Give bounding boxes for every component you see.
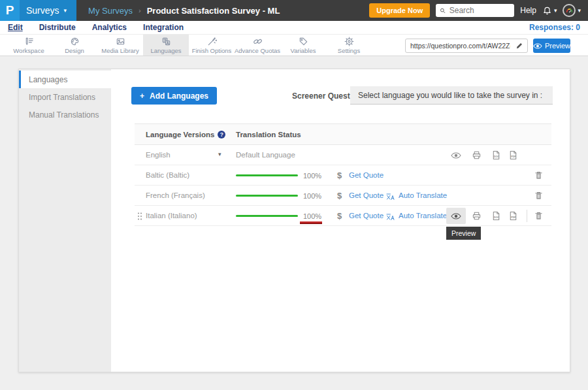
add-languages-label: Add Languages xyxy=(150,91,208,101)
edit-toolbar: Workspace Design Media Library Languages… xyxy=(0,35,588,56)
variables-icon xyxy=(299,37,308,46)
tab-integration[interactable]: Integration xyxy=(143,23,184,32)
design-icon xyxy=(70,37,80,46)
auto-translate-link[interactable]: Auto Translate xyxy=(399,212,447,219)
language-name: Italian (Italiano) xyxy=(146,212,197,219)
delete-language-button[interactable] xyxy=(531,209,546,223)
annotation-underline xyxy=(300,221,322,224)
questionpro-logo[interactable]: P xyxy=(0,0,20,21)
search-box[interactable] xyxy=(436,4,514,17)
sidebar-item-languages[interactable]: Languages xyxy=(19,71,111,88)
notifications-menu[interactable]: ▾ xyxy=(542,6,557,16)
languages-sidebar: Languages Import Translations Manual Tra… xyxy=(19,69,111,372)
media-library-icon xyxy=(116,37,125,46)
trash-icon xyxy=(534,191,544,201)
translation-percent: 100% xyxy=(303,172,321,180)
svg-text:DOC: DOC xyxy=(493,216,499,219)
search-input[interactable] xyxy=(449,6,510,15)
doc-file-icon: DOC xyxy=(491,211,501,221)
translation-percent: 100% xyxy=(303,212,321,220)
translation-percent: 100% xyxy=(303,192,321,200)
get-quote-link[interactable]: Get Quote xyxy=(349,191,384,199)
settings-icon xyxy=(344,37,354,46)
column-translation-status: Translation Status xyxy=(236,131,301,138)
export-pdf-button[interactable]: PDF xyxy=(506,209,520,223)
preview-language-button[interactable] xyxy=(446,208,466,224)
breadcrumb-separator: › xyxy=(139,7,141,14)
export-doc-button[interactable]: DOC xyxy=(489,148,503,162)
toolbar-tab-design[interactable]: Design xyxy=(52,35,97,56)
preview-button[interactable]: Preview xyxy=(533,39,570,53)
tab-analytics[interactable]: Analytics xyxy=(92,23,127,32)
print-language-button[interactable] xyxy=(469,148,483,162)
translate-icon xyxy=(386,212,395,223)
pdf-file-icon: PDF xyxy=(508,150,518,160)
toolbar-tab-variables[interactable]: Variables xyxy=(280,35,326,56)
workspace-icon xyxy=(24,37,34,46)
survey-url-input[interactable] xyxy=(406,42,512,50)
dollar-icon[interactable]: $ xyxy=(337,191,342,201)
language-name: Baltic (Baltic) xyxy=(146,171,189,179)
advance-quotas-icon xyxy=(253,37,263,46)
chevron-down-icon: ▾ xyxy=(64,8,67,14)
tab-edit[interactable]: Edit xyxy=(8,23,23,32)
language-versions-table: Language Versions ? Translation Status E… xyxy=(135,123,551,226)
table-row-italian: Italian (Italiano) 100% $ Get Quote Auto… xyxy=(135,206,551,226)
toolbar-tab-advance-quotas[interactable]: Advance Quotas xyxy=(235,35,280,56)
tab-distribute[interactable]: Distribute xyxy=(39,23,76,32)
toolbar-tab-finish-options[interactable]: Finish Options xyxy=(189,35,235,56)
eye-icon xyxy=(451,213,461,219)
drag-handle[interactable] xyxy=(137,212,142,223)
bell-icon xyxy=(542,6,552,16)
dollar-icon[interactable]: $ xyxy=(337,171,342,180)
survey-url-box xyxy=(405,39,528,53)
preview-language-button[interactable] xyxy=(449,148,463,162)
responses-count[interactable]: Responses: 0 xyxy=(529,23,580,32)
page-title: Product Satisfaction Survey - ML xyxy=(147,6,280,16)
screener-question-select[interactable]: Select language you would like to take t… xyxy=(350,86,553,105)
toolbar-tab-workspace[interactable]: Workspace xyxy=(6,35,52,56)
chevron-down-icon[interactable]: ▾ xyxy=(218,151,221,157)
sidebar-item-manual-translations[interactable]: Manual Translations xyxy=(19,106,111,123)
logo-letter: P xyxy=(6,3,14,18)
eye-icon xyxy=(451,152,461,159)
delete-language-button[interactable] xyxy=(531,189,546,203)
app-menu-label: Surveys xyxy=(26,5,59,16)
toolbar-tab-media-library[interactable]: Media Library xyxy=(97,35,143,56)
export-pdf-button[interactable]: PDF xyxy=(506,148,520,162)
languages-panel: Languages Import Translations Manual Tra… xyxy=(18,69,570,372)
edit-url-button[interactable] xyxy=(512,39,527,52)
upgrade-now-button[interactable]: Upgrade Now xyxy=(369,3,430,18)
languages-icon xyxy=(161,37,171,46)
get-quote-link[interactable]: Get Quote xyxy=(349,212,384,219)
doc-file-icon: DOC xyxy=(491,150,501,160)
table-row-french: French (Français) 100% $ Get Quote Auto … xyxy=(135,186,551,206)
printer-icon xyxy=(472,211,482,221)
toolbar-tab-settings[interactable]: Settings xyxy=(326,35,372,56)
delete-language-button[interactable] xyxy=(531,169,546,182)
print-language-button[interactable] xyxy=(469,209,483,223)
pdf-file-icon: PDF xyxy=(508,211,518,221)
help-link[interactable]: Help xyxy=(520,6,536,15)
get-quote-link[interactable]: Get Quote xyxy=(349,171,384,179)
toolbar-tab-languages[interactable]: Languages xyxy=(143,35,189,56)
surveys-app-menu[interactable]: Surveys ▾ xyxy=(20,0,76,21)
account-menu[interactable]: ▾ xyxy=(563,4,581,17)
sidebar-item-import-translations[interactable]: Import Translations xyxy=(19,88,111,106)
top-bar: P Surveys ▾ My Surveys › Product Satisfa… xyxy=(0,0,588,21)
add-languages-button[interactable]: + Add Languages xyxy=(131,87,217,105)
pencil-icon xyxy=(515,42,523,50)
language-name: English xyxy=(146,151,171,159)
help-icon[interactable]: ? xyxy=(218,131,225,138)
avatar xyxy=(563,4,576,17)
default-language-label: Default Language xyxy=(236,151,295,159)
translation-progress-bar xyxy=(236,195,298,197)
breadcrumb-my-surveys[interactable]: My Surveys xyxy=(88,6,133,16)
translation-progress-bar xyxy=(236,174,298,176)
table-header-row: Language Versions ? Translation Status xyxy=(135,123,551,145)
auto-translate-link[interactable]: Auto Translate xyxy=(399,191,447,199)
dollar-icon[interactable]: $ xyxy=(337,211,342,221)
trash-icon xyxy=(534,171,544,180)
export-doc-button[interactable]: DOC xyxy=(489,209,503,223)
languages-main: + Add Languages Screener Question : Sele… xyxy=(111,69,570,372)
